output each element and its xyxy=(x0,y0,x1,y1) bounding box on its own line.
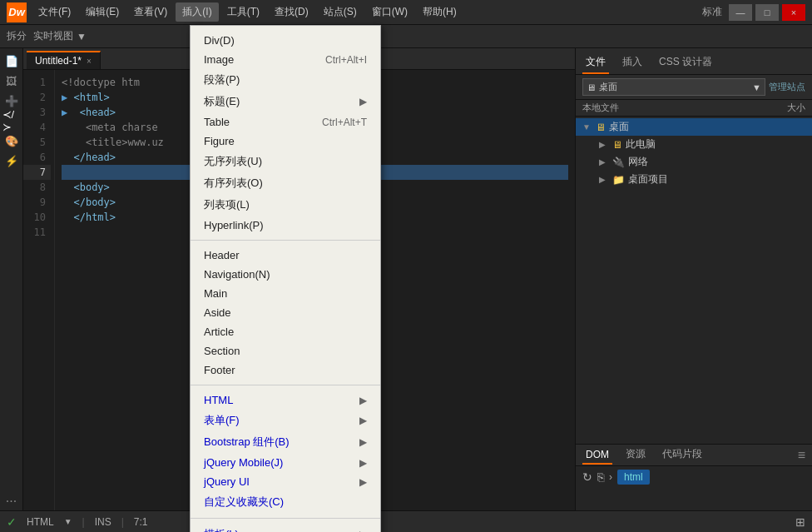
menu-item-div[interactable]: Div(D) xyxy=(191,31,380,50)
menu-item-section-label: Section xyxy=(204,345,240,357)
menu-item-jquery-mobile-label: jQuery Mobile(J) xyxy=(204,456,283,469)
menu-item-bootstrap[interactable]: Bootstrap 组件(B) ▶ xyxy=(191,431,380,453)
menu-item-figure[interactable]: Figure xyxy=(191,132,380,151)
menu-item-hyperlink-label: Hyperlink(P) xyxy=(204,219,264,231)
menu-item-form-label: 表单(F) xyxy=(204,413,240,428)
menu-section-1: Div(D) Image Ctrl+Alt+I 段落(P) 标题(E) ▶ Ta… xyxy=(191,29,380,236)
menu-item-html[interactable]: HTML ▶ xyxy=(191,390,380,410)
menu-item-footer-label: Footer xyxy=(204,364,235,376)
menu-sep-1 xyxy=(191,240,380,241)
menu-item-aside[interactable]: Aside xyxy=(191,303,380,322)
menu-item-hyperlink[interactable]: Hyperlink(P) xyxy=(191,216,380,235)
menu-item-header-label: Header xyxy=(204,249,240,261)
menu-item-table[interactable]: Table Ctrl+Alt+T xyxy=(191,112,380,132)
menu-item-aside-label: Aside xyxy=(204,306,231,319)
menu-item-heading[interactable]: 标题(E) ▶ xyxy=(191,91,380,112)
menu-section-3: HTML ▶ 表单(F) ▶ Bootstrap 组件(B) ▶ jQuery … xyxy=(191,389,380,515)
menu-item-main[interactable]: Main xyxy=(191,284,380,303)
menu-item-image[interactable]: Image Ctrl+Alt+I xyxy=(191,50,380,69)
menu-item-form[interactable]: 表单(F) ▶ xyxy=(191,410,380,431)
menu-item-header[interactable]: Header xyxy=(191,246,380,265)
menu-section-2: Header Navigation(N) Main Aside Article … xyxy=(191,244,380,381)
menu-item-form-arrow: ▶ xyxy=(359,415,367,426)
menu-item-article[interactable]: Article xyxy=(191,322,380,341)
menu-item-heading-label: 标题(E) xyxy=(204,94,240,109)
menu-overlay[interactable]: Div(D) Image Ctrl+Alt+I 段落(P) 标题(E) ▶ Ta… xyxy=(0,0,812,532)
menu-item-navigation-label: Navigation(N) xyxy=(204,268,270,281)
menu-item-paragraph[interactable]: 段落(P) xyxy=(191,69,380,91)
menu-item-jquery-mobile-arrow: ▶ xyxy=(359,457,367,469)
menu-item-navigation[interactable]: Navigation(N) xyxy=(191,265,380,284)
menu-item-paragraph-label: 段落(P) xyxy=(204,72,240,87)
menu-item-li-label: 列表项(L) xyxy=(204,197,250,212)
menu-item-image-shortcut: Ctrl+Alt+I xyxy=(325,54,367,66)
menu-item-table-label: Table xyxy=(204,116,230,128)
menu-item-table-shortcut: Ctrl+Alt+T xyxy=(322,117,367,128)
menu-item-html-label: HTML xyxy=(204,394,233,406)
menu-section-4: 模板(L) ▶ 最近的代码片断(R) ▶ xyxy=(191,522,380,532)
menu-item-div-label: Div(D) xyxy=(204,34,235,47)
menu-item-ul-label: 无序列表(U) xyxy=(204,154,262,169)
menu-item-article-label: Article xyxy=(204,326,234,338)
menu-item-figure-label: Figure xyxy=(204,135,235,147)
menu-item-jquery-ui-label: jQuery UI xyxy=(204,475,250,488)
menu-item-ol-label: 有序列表(O) xyxy=(204,176,263,191)
menu-item-ul[interactable]: 无序列表(U) xyxy=(191,151,380,172)
insert-dropdown-menu: Div(D) Image Ctrl+Alt+I 段落(P) 标题(E) ▶ Ta… xyxy=(190,25,381,532)
menu-sep-2 xyxy=(191,385,380,385)
menu-item-template-arrow: ▶ xyxy=(359,529,367,532)
menu-item-bootstrap-label: Bootstrap 组件(B) xyxy=(204,435,290,450)
menu-item-section[interactable]: Section xyxy=(191,341,380,360)
menu-item-jquery-ui[interactable]: jQuery UI ▶ xyxy=(191,472,380,491)
menu-item-main-label: Main xyxy=(204,287,227,300)
menu-item-image-label: Image xyxy=(204,53,234,66)
menu-item-heading-arrow: ▶ xyxy=(359,96,367,107)
menu-item-jquery-ui-arrow: ▶ xyxy=(359,476,367,488)
menu-item-html-arrow: ▶ xyxy=(359,395,367,406)
menu-item-ol[interactable]: 有序列表(O) xyxy=(191,172,380,194)
menu-item-bootstrap-arrow: ▶ xyxy=(359,436,367,448)
menu-item-jquery-mobile[interactable]: jQuery Mobile(J) ▶ xyxy=(191,453,380,472)
menu-item-footer[interactable]: Footer xyxy=(191,360,380,380)
menu-item-custom-favorites-label: 自定义收藏夹(C) xyxy=(204,495,284,510)
menu-item-li[interactable]: 列表项(L) xyxy=(191,194,380,216)
menu-item-template[interactable]: 模板(L) ▶ xyxy=(191,524,380,532)
menu-item-custom-favorites[interactable]: 自定义收藏夹(C) xyxy=(191,491,380,513)
menu-item-template-label: 模板(L) xyxy=(204,527,239,532)
menu-sep-3 xyxy=(191,518,380,519)
